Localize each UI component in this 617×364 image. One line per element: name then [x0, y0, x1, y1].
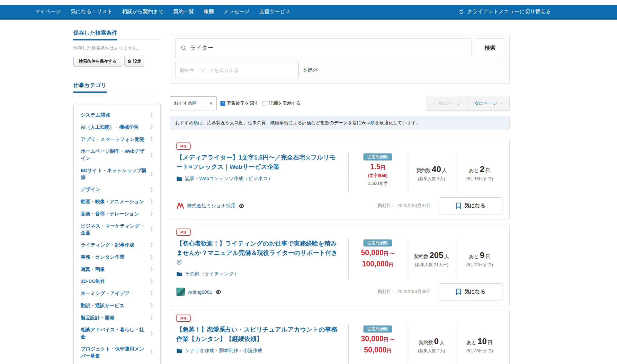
category-label: 翻訳・通訳サービス [81, 302, 124, 309]
category-list-item[interactable]: ビジネス・マーケティング・企画 ❯ [74, 220, 160, 239]
category-list-item[interactable]: ライティング・記事作成 ❯ [74, 239, 160, 251]
job-contracts-column: 契約数205人 (募集人数 21人〜) [407, 239, 456, 279]
job-card-body: 【急募！】恋愛系占い・スピリチュアルアカウントの事務作業【カンタン】【継続依頼】… [176, 325, 503, 364]
job-price: 50,000円 〜 [361, 248, 395, 258]
job-title-link[interactable]: 【初心者歓迎！】ライティングのお仕事で実務経験を積みませんか？マニュアル完備＆現… [176, 239, 341, 267]
job-title-link[interactable]: 【メディアライター】1文字1.5円〜／完全在宅◎フルリモート×フレックス｜Web… [176, 153, 341, 171]
chevron-right-icon: ❯ [150, 152, 153, 158]
keyword-search-box [175, 39, 471, 57]
favorite-button[interactable]: 気になる [439, 283, 503, 300]
category-list-item[interactable]: デザイン ❯ [74, 183, 160, 195]
hide-closed-checkbox[interactable]: 募集終了を隠す [220, 100, 259, 106]
category-label: 製品設計・開発 [81, 314, 114, 321]
chevron-right-icon: ❯ [150, 226, 153, 232]
chevron-right-icon: ❯ [150, 186, 153, 193]
sidebar: 保存した検索条件 保存した検索条件はありません。 検索条件を保存する ⚙ 設定 … [73, 29, 161, 364]
nav-item[interactable]: メッセージ [223, 8, 250, 15]
eye-off-icon[interactable] [215, 289, 221, 295]
favorite-button[interactable]: 気になる [439, 197, 503, 214]
folder-icon [176, 348, 182, 353]
chevron-right-icon: ❯ [150, 171, 153, 177]
nav-item[interactable]: 気になる！リスト [71, 8, 112, 15]
nav-item[interactable]: マイページ [35, 8, 61, 15]
job-card: PR 【メディアライター】1文字1.5円〜／完全在宅◎フルリモート×フレックス｜… [170, 138, 510, 220]
category-list-item[interactable]: システム開発 ❯ [74, 109, 160, 121]
exclude-suffix-label: を除外 [303, 67, 317, 73]
save-search-conditions-button[interactable]: 検索条件を保存する [73, 56, 122, 67]
client-name: writing0001 [188, 289, 212, 295]
category-list-item[interactable]: 相談アドバイス・暮らし・社会 ❯ [74, 324, 160, 343]
job-card-main: 【初心者歓迎！】ライティングのお仕事で実務経験を積みませんか？マニュアル完備＆現… [176, 239, 348, 279]
category-list-item[interactable]: 動画・映像・アニメーション ❯ [74, 195, 160, 208]
chevron-right-icon: ❯ [150, 198, 153, 204]
next-page-button[interactable]: 次のページ → [468, 96, 510, 111]
show-detail-checkbox[interactable]: 詳細を表示する [263, 100, 301, 106]
job-price-column: 固定報酬制 50,000円 〜 100,000円 [348, 239, 407, 279]
search-panel: 検索 を除外 [170, 34, 510, 84]
job-category-link[interactable]: その他（ライティング） [176, 271, 341, 277]
search-button[interactable]: 検索 [476, 39, 504, 57]
client-link[interactable]: 株式会社ミショナ採用 [176, 202, 245, 209]
client-avatar [176, 288, 185, 296]
show-detail-label: 詳細を表示する [269, 100, 301, 106]
pay-type-badge: 固定報酬制 [363, 325, 392, 333]
category-list-item[interactable]: 写真・画像 ❯ [74, 263, 160, 275]
sort-select[interactable]: おすすめ順 ∨ [170, 96, 217, 110]
category-label: 動画・映像・アニメーション [81, 198, 144, 205]
category-list-item[interactable]: 製品設計・開発 ❯ [74, 312, 160, 324]
category-list-item[interactable]: ホームページ制作・Webデザイン ❯ [74, 145, 160, 164]
exclude-keyword-input[interactable] [175, 62, 299, 78]
client-link[interactable]: writing0001 [176, 288, 221, 296]
category-list-item[interactable]: 音楽・音響・ナレーション ❯ [74, 208, 160, 220]
prev-page-button[interactable]: ← 前のページ [426, 96, 468, 111]
nav-item[interactable]: 支援サービス [259, 8, 291, 15]
job-contracts-column: 契約数40人 (募集人数 5人) [407, 153, 456, 193]
eye-off-icon[interactable] [238, 203, 245, 209]
pay-type-badge: 固定報酬制 [363, 239, 392, 247]
settings-button[interactable]: ⚙ 設定 [124, 56, 144, 67]
chevron-right-icon: ❯ [150, 266, 153, 272]
category-list-item[interactable]: アプリ・スマートフォン開発 ❯ [74, 133, 160, 145]
bookmark-icon [456, 289, 461, 295]
price-unit-note: (文字単価) [368, 173, 388, 178]
category-list-item[interactable]: 3D-CG制作 ❯ [74, 275, 160, 287]
category-label: ビジネス・マーケティング・企画 [81, 222, 147, 237]
job-card: PR 【初心者歓迎！】ライティングのお仕事で実務経験を積みませんか？マニュアル完… [170, 224, 510, 306]
main-content: 検索 を除外 おすすめ順 ∨ 募集終了を隠す 詳細を表示する [170, 34, 510, 364]
job-category-link[interactable]: シナリオ作成・脚本制作・小説作成 [176, 348, 341, 354]
job-price-column: 固定報酬制 1.5円 (文字単価) 2,500文字 [348, 153, 407, 193]
category-label: 3D-CG制作 [81, 278, 105, 285]
switch-to-client-menu-link[interactable]: クライアントメニューに切り替える [459, 8, 551, 15]
keyword-search-input[interactable] [190, 45, 466, 51]
recommend-order-notice: おすすめ順は、応募状況や人気度、仕事の質、機械学習による評価など複数のデータを基… [170, 116, 510, 130]
chevron-right-icon: ❯ [150, 124, 153, 130]
nav-item[interactable]: 報酬 [203, 8, 214, 15]
category-label: AI（人工知能）・機械学習 [81, 124, 139, 131]
category-label: ライティング・記事作成 [81, 241, 134, 248]
category-label: アプリ・スマートフォン開発 [81, 136, 144, 143]
category-label: 音楽・音響・ナレーション [81, 210, 139, 217]
job-card-main: 【急募！】恋愛系占い・スピリチュアルアカウントの事務作業【カンタン】【継続依頼】… [176, 325, 348, 364]
nav-item[interactable]: 相談から契約まで [122, 8, 164, 15]
contracts-count: 契約数40人 [416, 164, 447, 174]
category-list-item[interactable]: AI（人工知能）・機械学習 ❯ [74, 121, 160, 133]
chevron-right-icon: ❯ [150, 242, 153, 248]
category-list-item[interactable]: 翻訳・通訳サービス ❯ [74, 299, 160, 312]
nav-item[interactable]: 契約一覧 [173, 8, 194, 15]
category-list-item[interactable]: ECサイト・ネットショップ構築 ❯ [74, 164, 160, 184]
folder-icon [176, 272, 182, 276]
category-list-item[interactable]: 事務・カンタン作業 ❯ [74, 251, 160, 263]
job-title-link[interactable]: 【急募！】恋愛系占い・スピリチュアルアカウントの事務作業【カンタン】【継続依頼】 [176, 325, 341, 343]
job-category-link[interactable]: 記事・Webコンテンツ作成（ビジネス） [176, 176, 341, 182]
job-card: PR 【急募！】恋愛系占い・スピリチュアルアカウントの事務作業【カンタン】【継続… [170, 310, 510, 364]
category-list-item[interactable]: プロジェクト・保守運用メンバー募集 ❯ [74, 343, 160, 362]
price-volume-note: 2,500文字 [368, 181, 388, 186]
hide-closed-label: 募集終了を隠す [227, 100, 259, 106]
search-row: 検索 [175, 39, 504, 57]
category-list-item[interactable]: ネーミング・アイデア ❯ [74, 287, 160, 299]
deadline-date-note: (8月23日まで) [466, 348, 493, 354]
results-controls: おすすめ順 ∨ 募集終了を隠す 詳細を表示する ← 前のページ 次のページ → [170, 96, 510, 111]
posted-date: 掲載日：2025年08月08日 [378, 289, 431, 295]
job-card-footer: writing0001 掲載日：2025年08月08日 [176, 283, 503, 300]
category-label: 相談アドバイス・暮らし・社会 [81, 326, 147, 340]
